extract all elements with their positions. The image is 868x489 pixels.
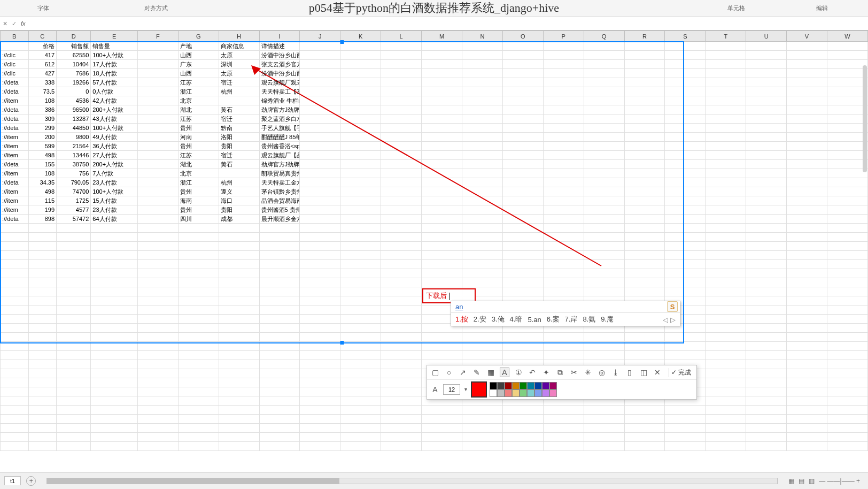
cell[interactable]: 15人付款 (91, 196, 138, 205)
cell[interactable]: 100+人付款 (91, 51, 138, 60)
cell[interactable]: 115 (28, 196, 57, 205)
cell[interactable]: ://deta (1, 114, 29, 124)
color-swatch[interactable] (520, 389, 527, 397)
column-header[interactable]: G (178, 31, 219, 42)
cell[interactable]: 贵州 (178, 124, 219, 133)
ime-candidate[interactable]: 4.暗 (510, 315, 523, 324)
cell[interactable]: 贵阳 (219, 142, 259, 151)
cell[interactable]: 海南 (178, 196, 219, 205)
cell[interactable]: 1725 (57, 196, 91, 205)
text-tool-icon[interactable]: A (500, 368, 509, 377)
cell[interactable]: 晨升顺酒乡金六福<span class=H>白酒</span>纯粮食酒兼香型官方… (259, 215, 300, 224)
cell[interactable]: 7686 (57, 69, 91, 78)
cell[interactable]: 299 (28, 124, 57, 133)
cell[interactable]: ://clic (1, 60, 29, 69)
ime-nav[interactable]: ◁▷ (663, 316, 676, 324)
cell[interactable]: ://item (1, 133, 29, 142)
cell[interactable]: 贵州酱酒5 贵州酱香型<span class=H>白酒</span>53度纯粮高… (259, 205, 300, 215)
cell[interactable] (137, 87, 178, 96)
cell[interactable]: 34.35 (28, 178, 57, 187)
fx-label[interactable]: fx (21, 20, 26, 27)
cell[interactable]: 43人付款 (91, 114, 138, 124)
color-swatch[interactable] (520, 382, 527, 389)
cell[interactable]: 贵州酱香浴<span class=H>白酒</span>送礼盒装贵州酱香型<sp… (259, 142, 300, 151)
column-header[interactable]: Q (584, 31, 624, 42)
spreadsheet-grid[interactable]: BCDEFGHIJKLMNOPQRSTUVW 价格销售额销售量产地商家信息详情描… (0, 30, 868, 472)
column-header[interactable]: T (706, 31, 746, 42)
mosaic-icon[interactable]: ▦ (486, 368, 495, 377)
column-header[interactable]: H (219, 31, 259, 42)
cell[interactable]: 7人付款 (91, 169, 138, 178)
cell[interactable]: 27人付款 (91, 151, 138, 160)
color-swatch[interactable] (505, 382, 512, 389)
number-icon[interactable]: ① (514, 368, 523, 377)
cell[interactable] (137, 196, 178, 205)
cell[interactable]: 498 (28, 187, 57, 196)
column-header[interactable]: E (91, 31, 138, 42)
cell-header[interactable]: 详情描述 (259, 42, 300, 51)
cell[interactable]: 96500 (57, 105, 91, 114)
close-icon[interactable]: ✕ (653, 368, 662, 377)
cell[interactable]: 杭州 (219, 87, 259, 96)
fx-cancel-icon[interactable]: ✕ (3, 20, 7, 27)
color-swatch[interactable] (549, 389, 557, 397)
cell[interactable] (137, 160, 178, 169)
cell[interactable]: 108 (28, 169, 57, 178)
cell[interactable] (137, 142, 178, 151)
ime-candidate[interactable]: 7.岸 (565, 315, 578, 324)
cell[interactable]: 锦秀酒业 牛栏山陈酿42度正宗北京二锅头500ml*12瓶整箱白牛二52度<sp… (259, 96, 300, 105)
cell[interactable]: 酣醺醺醺J 85年纯粮酿造52度库存红标五粮老<span class=H>白酒<… (259, 133, 300, 142)
column-header[interactable]: S (665, 31, 706, 42)
cell[interactable]: ://item (1, 151, 29, 160)
ime-candidate[interactable]: 9.庵 (601, 315, 614, 324)
cell[interactable]: 612 (28, 60, 57, 69)
cell[interactable]: 17人付款 (91, 60, 138, 69)
cell[interactable]: 338 (28, 78, 57, 87)
cell[interactable]: 劲牌官方J劲牌35度中国劲酒 600ml*2瓶装保健酒养酒生酒水礼盒官方旗舰店 (259, 160, 300, 169)
cell[interactable]: 宿迁 (219, 78, 259, 87)
cell[interactable]: 0人付款 (91, 87, 138, 96)
color-swatch[interactable] (549, 382, 557, 389)
cell[interactable]: 黄石 (219, 160, 259, 169)
cell[interactable]: 599 (28, 142, 57, 151)
cell[interactable]: 湖北 (178, 160, 219, 169)
column-header[interactable]: V (787, 31, 827, 42)
shape-circle-icon[interactable]: ○ (444, 368, 454, 377)
cell[interactable]: ://item (1, 196, 29, 205)
cell[interactable]: 河南 (178, 133, 219, 142)
cell[interactable]: ://deta (1, 87, 29, 96)
cell[interactable]: ://clic (1, 51, 29, 60)
ocr-icon[interactable]: ⧉ (555, 368, 565, 377)
column-header[interactable]: F (137, 31, 178, 42)
cell[interactable]: ://deta (1, 105, 29, 114)
cell[interactable]: 13287 (57, 114, 91, 124)
cell[interactable]: 浙江 (178, 178, 219, 187)
column-header[interactable]: U (746, 31, 787, 42)
column-header[interactable]: P (543, 31, 584, 42)
cell[interactable]: 898 (28, 215, 57, 224)
cell[interactable]: 44850 (57, 124, 91, 133)
cell[interactable]: 浙江 (178, 87, 219, 96)
cell[interactable]: 36人付款 (91, 142, 138, 151)
cell[interactable] (137, 60, 178, 69)
ime-candidate[interactable]: 5.an (528, 316, 541, 324)
color-swatch[interactable] (534, 389, 542, 397)
cell[interactable]: 汾酒中汾乡山西杏花村汾酒53度出口棕玻汾500ml6瓶清香型国产白酒瓶装整箱 (259, 51, 300, 60)
cell[interactable]: 太原 (219, 69, 259, 78)
color-swatch[interactable] (542, 382, 549, 389)
cell[interactable]: 张支云酒乡官方保真张支云六年酱香酒经典版纯粮坤沙酒白酒送礼500ml/瓶 (259, 60, 300, 69)
cell[interactable]: 海口 (219, 196, 259, 205)
cell[interactable]: 200+人付款 (91, 105, 138, 114)
cell[interactable]: 天天特卖工【3斤礼盒葫芦人参酒】长白山人参枸杞酒52度大坛葫芦纯粮酒 (259, 87, 300, 96)
ime-candidate-list[interactable]: 1.按2.安3.俺4.暗5.an6.案7.岸8.氨9.庵 ◁▷ (451, 312, 680, 326)
cell[interactable] (137, 96, 178, 105)
cell[interactable]: 茅台镇黔乡贵州酱香型<span class=H>白酒</span>53度纯粮食酒… (259, 187, 300, 196)
color-swatch[interactable] (512, 389, 520, 397)
cell[interactable]: 74700 (57, 187, 91, 196)
cell[interactable]: 64人付款 (91, 215, 138, 224)
cell[interactable]: 498 (28, 151, 57, 160)
cell[interactable]: 深圳 (219, 60, 259, 69)
cell[interactable]: 790.05 (57, 178, 91, 187)
cell-header[interactable]: 销售额 (57, 42, 91, 51)
cell[interactable]: 49人付款 (91, 133, 138, 142)
